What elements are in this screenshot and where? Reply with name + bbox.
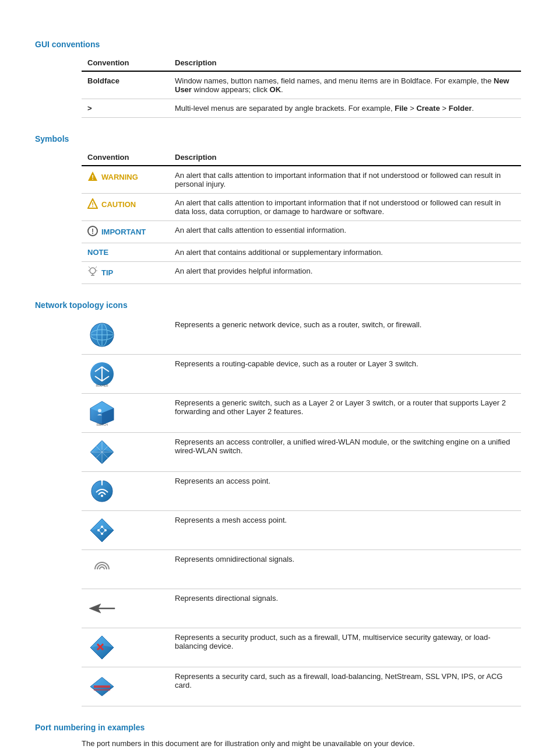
- sym-caution-convention: ! CAUTION: [82, 194, 169, 221]
- router-icon: ROUTER: [87, 359, 117, 388]
- symbols-table-wrap: Convention Description ! WARNING: [82, 149, 521, 284]
- access-controller-icon: [87, 438, 117, 467]
- gui-col-description: Description: [169, 55, 521, 71]
- switch-icon: SWITCH: [87, 398, 117, 428]
- tip-icon: [87, 267, 98, 279]
- network-topology-table: Represents a generic network device, suc…: [82, 316, 521, 706]
- topo-desc-switch: Represents a generic switch, such as a L…: [169, 394, 521, 433]
- port-numbering-title: Port numbering in examples: [35, 723, 521, 732]
- mesh-access-point-icon: [87, 516, 117, 545]
- table-row: Represents a security product, such as a…: [82, 628, 521, 667]
- sym-warning-convention: ! WARNING: [82, 166, 169, 194]
- svg-line-10: [96, 267, 97, 268]
- table-row: Represents directional signals.: [82, 589, 521, 628]
- svg-marker-47: [89, 604, 115, 613]
- sym-important-description: An alert that calls attention to essenti…: [169, 221, 521, 243]
- topo-icon-omni: [82, 550, 169, 589]
- svg-point-36: [101, 479, 103, 481]
- topo-icon-ac: [82, 433, 169, 472]
- gui-row2-convention: >: [82, 99, 169, 118]
- caution-label: CAUTION: [101, 200, 136, 209]
- topo-desc-ap: Represents an access point.: [169, 472, 521, 511]
- table-row: Represents a security card, such as a fi…: [82, 667, 521, 706]
- table-row: ! WARNING An alert that calls attention …: [82, 166, 521, 194]
- topo-icon-ap: [82, 472, 169, 511]
- table-row: SWITCH Represents a generic switch, such…: [82, 394, 521, 433]
- network-topology-table-wrap: Represents a generic network device, suc…: [82, 316, 521, 706]
- svg-point-34: [101, 495, 103, 497]
- gui-row1-description: Window names, button names, field names,…: [169, 71, 521, 99]
- svg-rect-55: [94, 689, 110, 691]
- sym-warning-description: An alert that calls attention to importa…: [169, 166, 521, 194]
- gui-row2-description: Multi-level menus are separated by angle…: [169, 99, 521, 118]
- table-row: ROUTER Represents a routing-capable devi…: [82, 355, 521, 394]
- svg-rect-54: [94, 685, 110, 688]
- topo-icon-generic: [82, 316, 169, 355]
- svg-marker-53: [90, 677, 114, 687]
- svg-text:!: !: [92, 201, 94, 208]
- topo-icon-switch: SWITCH: [82, 394, 169, 433]
- access-point-icon: [87, 477, 117, 506]
- table-row: NOTE An alert that contains additional o…: [82, 243, 521, 262]
- important-icon: !: [87, 226, 98, 238]
- table-row: ! IMPORTANT An alert that calls attentio…: [82, 221, 521, 243]
- gui-conventions-table-wrap: Convention Description Boldface Window n…: [82, 55, 521, 118]
- port-numbering-section: The port numbers in this document are fo…: [35, 738, 521, 750]
- table-row: Represents an access controller, a unifi…: [82, 433, 521, 472]
- sym-note-convention: NOTE: [82, 243, 169, 262]
- sym-important-convention: ! IMPORTANT: [82, 221, 169, 243]
- svg-point-6: [90, 268, 96, 274]
- sym-col-convention: Convention: [82, 149, 169, 166]
- topo-desc-mesh-ap: Represents a mesh access point.: [169, 511, 521, 550]
- omni-signal-icon: [87, 555, 117, 584]
- important-label: IMPORTANT: [101, 228, 146, 236]
- table-row: > Multi-level menus are separated by ang…: [82, 99, 521, 118]
- topo-desc-omni: Represents omnidirectional signals.: [169, 550, 521, 589]
- sym-tip-convention: TIP: [82, 262, 169, 284]
- note-label: NOTE: [87, 248, 108, 257]
- warning-icon: !: [87, 171, 98, 183]
- symbols-table: Convention Description ! WARNING: [82, 149, 521, 284]
- symbols-title: Symbols: [35, 134, 521, 144]
- topo-desc-router: Represents a routing-capable device, suc…: [169, 355, 521, 394]
- sym-col-description: Description: [169, 149, 521, 166]
- svg-text:!: !: [92, 174, 94, 181]
- gui-col-convention: Convention: [82, 55, 169, 71]
- sym-caution-description: An alert that calls attention to importa…: [169, 194, 521, 221]
- table-row: Represents omnidirectional signals.: [82, 550, 521, 589]
- svg-line-9: [89, 267, 90, 268]
- topo-icon-router: ROUTER: [82, 355, 169, 394]
- table-row: Boldface Window names, button names, fie…: [82, 71, 521, 99]
- table-row: TIP An alert that provides helpful infor…: [82, 262, 521, 284]
- table-row: Represents an access point.: [82, 472, 521, 511]
- warning-label: WARNING: [101, 173, 138, 181]
- svg-text:ROUTER: ROUTER: [96, 384, 108, 387]
- topo-desc-ac: Represents an access controller, a unifi…: [169, 433, 521, 472]
- gui-row1-convention: Boldface: [82, 71, 169, 99]
- topo-icon-mesh-ap: [82, 511, 169, 550]
- svg-point-25: [98, 409, 101, 412]
- table-row: Represents a mesh access point.: [82, 511, 521, 550]
- topo-desc-security-card: Represents a security card, such as a fi…: [169, 667, 521, 706]
- topo-icon-security: [82, 628, 169, 667]
- svg-text:SWITCH: SWITCH: [96, 423, 108, 426]
- sym-note-description: An alert that contains additional or sup…: [169, 243, 521, 262]
- gui-conventions-table: Convention Description Boldface Window n…: [82, 55, 521, 118]
- generic-device-icon: [87, 320, 117, 349]
- sym-tip-description: An alert that provides helpful informati…: [169, 262, 521, 284]
- port-numbering-description: The port numbers in this document are fo…: [82, 738, 521, 750]
- directional-signal-icon: [87, 594, 117, 623]
- topo-desc-dir: Represents directional signals.: [169, 589, 521, 628]
- caution-icon: !: [87, 198, 98, 211]
- table-row: Represents a generic network device, suc…: [82, 316, 521, 355]
- table-row: ! CAUTION An alert that calls attention …: [82, 194, 521, 221]
- security-product-icon: [87, 633, 117, 662]
- security-card-icon: [87, 672, 117, 701]
- tip-label: TIP: [101, 268, 113, 277]
- network-topology-title: Network topology icons: [35, 300, 521, 310]
- topo-desc-generic: Represents a generic network device, suc…: [169, 316, 521, 355]
- gui-conventions-title: GUI conventions: [35, 40, 521, 49]
- svg-text:!: !: [92, 228, 94, 236]
- topo-desc-security: Represents a security product, such as a…: [169, 628, 521, 667]
- topo-icon-security-card: [82, 667, 169, 706]
